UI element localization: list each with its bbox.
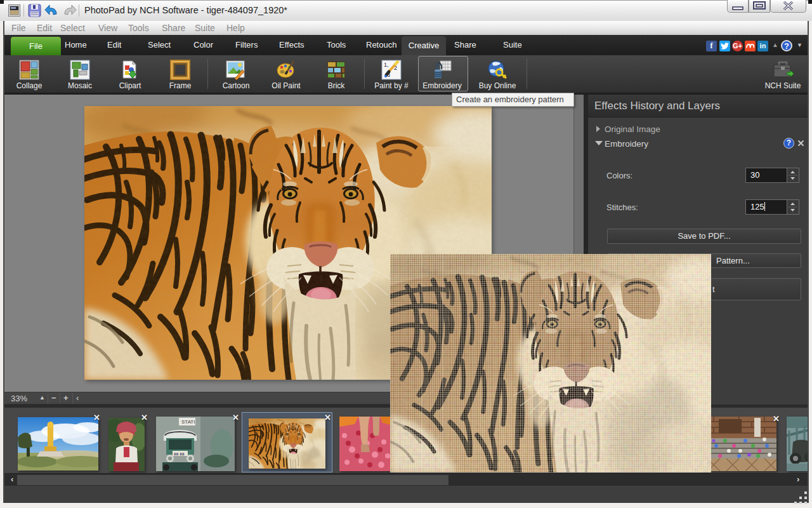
svg-text:1,: 1, (384, 62, 389, 68)
svg-text:฿฿ ฿฿: ฿฿ ฿฿ (174, 452, 185, 456)
svg-text:STATI: STATI (181, 419, 195, 425)
